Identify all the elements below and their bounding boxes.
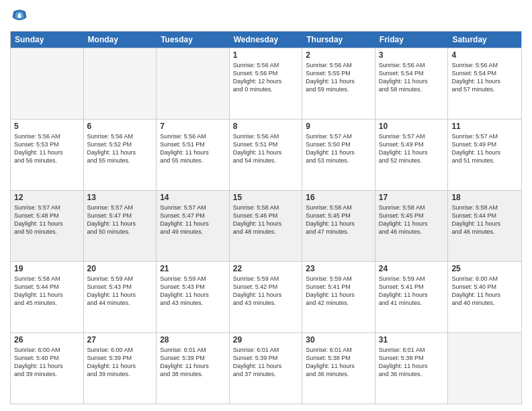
day-number: 12	[14, 193, 80, 202]
day-info: Sunrise: 5:59 AM Sunset: 5:43 PM Dayligh…	[87, 275, 153, 308]
day-info: Sunrise: 6:01 AM Sunset: 5:39 PM Dayligh…	[233, 346, 299, 379]
day-info: Sunrise: 5:59 AM Sunset: 5:43 PM Dayligh…	[160, 275, 226, 308]
day-cell-26: 26Sunrise: 6:00 AM Sunset: 5:40 PM Dayli…	[11, 333, 84, 404]
day-cell-16: 16Sunrise: 5:58 AM Sunset: 5:45 PM Dayli…	[302, 191, 375, 261]
day-number: 23	[306, 264, 371, 273]
day-info: Sunrise: 5:56 AM Sunset: 5:51 PM Dayligh…	[160, 132, 226, 165]
day-cell-23: 23Sunrise: 5:59 AM Sunset: 5:41 PM Dayli…	[302, 262, 375, 332]
day-cell-14: 14Sunrise: 5:57 AM Sunset: 5:47 PM Dayli…	[157, 191, 230, 261]
day-number: 5	[14, 122, 80, 131]
day-info: Sunrise: 5:58 AM Sunset: 5:44 PM Dayligh…	[14, 275, 80, 308]
calendar-row-2: 5Sunrise: 5:56 AM Sunset: 5:53 PM Daylig…	[11, 119, 521, 190]
day-number: 14	[160, 193, 226, 202]
day-number: 26	[14, 335, 80, 345]
day-number: 17	[379, 193, 445, 202]
day-info: Sunrise: 5:59 AM Sunset: 5:42 PM Dayligh…	[233, 275, 299, 308]
header	[10, 7, 522, 26]
header-day-monday: Monday	[84, 32, 157, 48]
day-cell-21: 21Sunrise: 5:59 AM Sunset: 5:43 PM Dayli…	[157, 262, 230, 332]
day-info: Sunrise: 5:59 AM Sunset: 5:41 PM Dayligh…	[379, 275, 445, 308]
day-number: 29	[233, 335, 299, 345]
day-cell-24: 24Sunrise: 5:59 AM Sunset: 5:41 PM Dayli…	[375, 262, 449, 332]
day-number: 16	[306, 193, 371, 202]
day-cell-20: 20Sunrise: 5:59 AM Sunset: 5:43 PM Dayli…	[84, 262, 157, 332]
day-info: Sunrise: 6:01 AM Sunset: 5:39 PM Dayligh…	[160, 346, 226, 379]
day-number: 18	[451, 193, 518, 202]
day-number: 13	[87, 193, 153, 202]
calendar-row-4: 19Sunrise: 5:58 AM Sunset: 5:44 PM Dayli…	[11, 261, 521, 332]
day-number: 11	[451, 122, 518, 131]
empty-cell-0-1	[84, 48, 157, 119]
day-number: 28	[160, 335, 226, 345]
day-cell-7: 7Sunrise: 5:56 AM Sunset: 5:51 PM Daylig…	[157, 120, 230, 190]
calendar-row-1: 1Sunrise: 5:56 AM Sunset: 5:56 PM Daylig…	[11, 48, 521, 119]
day-cell-15: 15Sunrise: 5:58 AM Sunset: 5:46 PM Dayli…	[230, 191, 303, 261]
day-number: 27	[87, 335, 153, 345]
empty-cell-0-2	[157, 48, 230, 119]
day-cell-17: 17Sunrise: 5:58 AM Sunset: 5:45 PM Dayli…	[375, 191, 449, 261]
day-cell-6: 6Sunrise: 5:56 AM Sunset: 5:52 PM Daylig…	[84, 120, 157, 190]
empty-cell-0-0	[11, 48, 84, 119]
day-number: 31	[379, 335, 445, 345]
calendar-row-5: 26Sunrise: 6:00 AM Sunset: 5:40 PM Dayli…	[11, 332, 521, 404]
day-cell-28: 28Sunrise: 6:01 AM Sunset: 5:39 PM Dayli…	[157, 333, 230, 404]
day-cell-9: 9Sunrise: 5:57 AM Sunset: 5:50 PM Daylig…	[302, 120, 375, 190]
header-day-friday: Friday	[375, 32, 449, 48]
logo-icon	[10, 7, 29, 26]
day-cell-4: 4Sunrise: 5:56 AM Sunset: 5:54 PM Daylig…	[448, 48, 521, 119]
day-number: 22	[233, 264, 299, 273]
day-info: Sunrise: 5:56 AM Sunset: 5:55 PM Dayligh…	[306, 61, 371, 94]
day-info: Sunrise: 5:56 AM Sunset: 5:53 PM Dayligh…	[14, 132, 80, 165]
day-cell-27: 27Sunrise: 6:00 AM Sunset: 5:39 PM Dayli…	[84, 333, 157, 404]
day-number: 24	[379, 264, 445, 273]
day-cell-1: 1Sunrise: 5:56 AM Sunset: 5:56 PM Daylig…	[230, 48, 303, 119]
header-day-wednesday: Wednesday	[230, 32, 303, 48]
day-number: 3	[379, 50, 445, 60]
day-number: 4	[451, 50, 518, 60]
header-day-saturday: Saturday	[448, 32, 521, 48]
day-info: Sunrise: 5:57 AM Sunset: 5:47 PM Dayligh…	[160, 203, 226, 236]
day-info: Sunrise: 5:57 AM Sunset: 5:49 PM Dayligh…	[379, 132, 445, 165]
day-info: Sunrise: 5:58 AM Sunset: 5:44 PM Dayligh…	[451, 203, 518, 236]
day-cell-18: 18Sunrise: 5:58 AM Sunset: 5:44 PM Dayli…	[448, 191, 521, 261]
logo	[10, 7, 32, 26]
day-cell-2: 2Sunrise: 5:56 AM Sunset: 5:55 PM Daylig…	[302, 48, 375, 119]
day-cell-8: 8Sunrise: 5:56 AM Sunset: 5:51 PM Daylig…	[230, 120, 303, 190]
day-cell-22: 22Sunrise: 5:59 AM Sunset: 5:42 PM Dayli…	[230, 262, 303, 332]
day-cell-30: 30Sunrise: 6:01 AM Sunset: 5:38 PM Dayli…	[302, 333, 375, 404]
day-info: Sunrise: 5:57 AM Sunset: 5:49 PM Dayligh…	[451, 132, 518, 165]
day-cell-5: 5Sunrise: 5:56 AM Sunset: 5:53 PM Daylig…	[11, 120, 84, 190]
day-info: Sunrise: 5:56 AM Sunset: 5:54 PM Dayligh…	[379, 61, 445, 94]
day-cell-11: 11Sunrise: 5:57 AM Sunset: 5:49 PM Dayli…	[448, 120, 521, 190]
day-cell-10: 10Sunrise: 5:57 AM Sunset: 5:49 PM Dayli…	[375, 120, 449, 190]
day-cell-25: 25Sunrise: 6:00 AM Sunset: 5:40 PM Dayli…	[448, 262, 521, 332]
day-info: Sunrise: 6:00 AM Sunset: 5:40 PM Dayligh…	[14, 346, 80, 379]
day-cell-12: 12Sunrise: 5:57 AM Sunset: 5:48 PM Dayli…	[11, 191, 84, 261]
day-number: 15	[233, 193, 299, 202]
day-number: 10	[379, 122, 445, 131]
day-info: Sunrise: 5:56 AM Sunset: 5:52 PM Dayligh…	[87, 132, 153, 165]
day-cell-31: 31Sunrise: 6:01 AM Sunset: 5:38 PM Dayli…	[375, 333, 449, 404]
day-number: 21	[160, 264, 226, 273]
header-day-sunday: Sunday	[11, 32, 84, 48]
day-info: Sunrise: 5:58 AM Sunset: 5:46 PM Dayligh…	[233, 203, 299, 236]
day-info: Sunrise: 5:57 AM Sunset: 5:47 PM Dayligh…	[87, 203, 153, 236]
day-info: Sunrise: 5:58 AM Sunset: 5:45 PM Dayligh…	[379, 203, 445, 236]
day-info: Sunrise: 5:56 AM Sunset: 5:56 PM Dayligh…	[233, 61, 299, 94]
day-cell-19: 19Sunrise: 5:58 AM Sunset: 5:44 PM Dayli…	[11, 262, 84, 332]
day-info: Sunrise: 5:57 AM Sunset: 5:50 PM Dayligh…	[306, 132, 371, 165]
header-day-thursday: Thursday	[302, 32, 375, 48]
day-number: 19	[14, 264, 80, 273]
day-number: 25	[451, 264, 518, 273]
day-number: 2	[306, 50, 371, 60]
day-number: 6	[87, 122, 153, 131]
calendar-body: 1Sunrise: 5:56 AM Sunset: 5:56 PM Daylig…	[11, 48, 521, 404]
calendar: SundayMondayTuesdayWednesdayThursdayFrid…	[10, 31, 522, 404]
day-info: Sunrise: 6:00 AM Sunset: 5:39 PM Dayligh…	[87, 346, 153, 379]
page: SundayMondayTuesdayWednesdayThursdayFrid…	[0, 0, 532, 411]
day-number: 1	[233, 50, 299, 60]
day-number: 7	[160, 122, 226, 131]
day-cell-29: 29Sunrise: 6:01 AM Sunset: 5:39 PM Dayli…	[230, 333, 303, 404]
day-info: Sunrise: 5:56 AM Sunset: 5:51 PM Dayligh…	[233, 132, 299, 165]
empty-cell-4-6	[448, 333, 521, 404]
